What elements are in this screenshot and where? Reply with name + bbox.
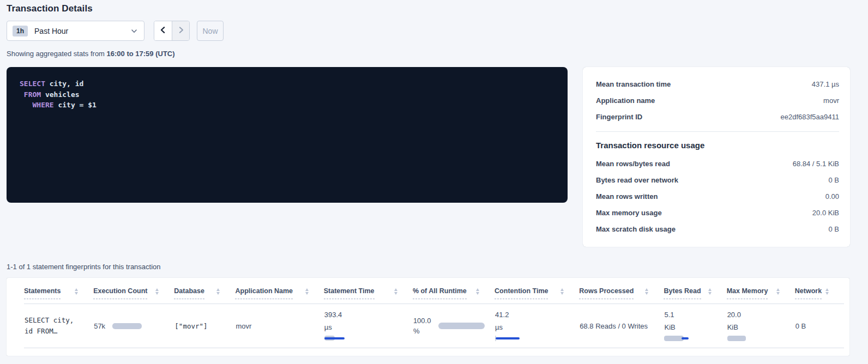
sort-carets-icon[interactable] <box>75 287 78 295</box>
summary-label: Application name <box>596 96 655 105</box>
time-range-badge: 1h <box>13 26 28 37</box>
summary-row: Mean transaction time 437.1 µs <box>596 80 839 89</box>
runtime-pct-value: 100.0 <box>413 317 431 325</box>
column-header-max-memory[interactable]: Max Memory <box>727 278 795 304</box>
summary-label: Mean rows written <box>596 192 658 201</box>
max-memory-unit: KiB <box>727 323 789 332</box>
column-header-application-name[interactable]: Application Name <box>235 278 323 304</box>
chevron-down-icon <box>131 28 137 34</box>
previous-time-window-button[interactable] <box>154 21 172 40</box>
summary-row: Max scratch disk usage 0 B <box>596 225 839 234</box>
summary-row: Application name movr <box>596 96 839 105</box>
statements-table: Statements Execution Count Database Appl… <box>24 278 844 348</box>
summary-label: Fingerprint ID <box>596 113 642 121</box>
stats-prefix: Showing aggregated stats from <box>7 50 105 58</box>
column-header-rows-processed[interactable]: Rows Processed <box>579 278 664 304</box>
stats-range: 16:00 to 17:59 (UTC) <box>107 50 175 58</box>
table-header-row: Statements Execution Count Database Appl… <box>24 278 844 304</box>
cell-max-memory: 20.0 KiB <box>727 304 795 348</box>
summary-value: ee2df683f5aa9411 <box>781 113 839 121</box>
sort-carets-icon[interactable] <box>776 287 780 295</box>
summary-label: Bytes read over network <box>596 176 678 184</box>
time-controls: 1h Past Hour Now <box>7 21 849 41</box>
sql-statement-box: SELECT city, id FROM vehicles WHERE city… <box>7 67 568 203</box>
summary-value: 68.84 / 5.1 KiB <box>793 160 839 168</box>
column-header-runtime-pct[interactable]: % of All Runtime <box>413 278 495 304</box>
network-value: 0 B <box>795 322 806 330</box>
rows-processed-value: 68.8 Reads / 0 Writes <box>580 322 648 330</box>
summary-value: 0 B <box>828 176 839 184</box>
bytes-read-bar <box>664 336 689 341</box>
main-content: SELECT city, id FROM vehicles WHERE city… <box>7 67 849 247</box>
now-button[interactable]: Now <box>197 21 224 41</box>
cell-execution-count: 57k <box>93 304 174 348</box>
summary-value: 20.0 KiB <box>812 209 839 217</box>
sort-carets-icon[interactable] <box>708 287 712 295</box>
summary-row: Mean rows/bytes read 68.84 / 5.1 KiB <box>596 160 839 168</box>
sort-carets-icon[interactable] <box>560 287 564 295</box>
time-range-select[interactable]: 1h Past Hour <box>7 21 144 41</box>
statements-table-caption: 1-1 of 1 statement fingerprints for this… <box>7 263 849 271</box>
summary-value: 0 B <box>828 225 839 233</box>
sort-carets-icon[interactable] <box>645 287 648 295</box>
summary-value: movr <box>823 96 839 105</box>
column-header-bytes-read[interactable]: Bytes Read <box>664 278 726 304</box>
summary-row: Bytes read over network 0 B <box>596 176 839 185</box>
summary-label: Max memory usage <box>596 209 662 217</box>
bytes-read-value: 5.1 <box>664 311 721 319</box>
cell-bytes-read: 5.1 KiB <box>664 304 726 348</box>
cell-database: ["movr"] <box>174 304 235 348</box>
summary-value: 437.1 µs <box>812 80 839 88</box>
column-header-network[interactable]: Network <box>795 278 844 304</box>
sort-carets-icon[interactable] <box>155 287 159 295</box>
statements-table-card: Statements Execution Count Database Appl… <box>7 278 849 356</box>
page-title: Transaction Details <box>7 3 849 14</box>
summary-row: Max memory usage 20.0 KiB <box>596 209 839 217</box>
statement-time-value: 393.4 <box>324 311 407 319</box>
summary-row: Fingerprint ID ee2df683f5aa9411 <box>596 113 839 122</box>
cell-application-name: movr <box>235 304 323 348</box>
transaction-summary-card: Mean transaction time 437.1 µs Applicati… <box>583 67 850 247</box>
column-header-contention-time[interactable]: Contention Time <box>495 278 579 304</box>
summary-label: Mean transaction time <box>596 80 671 88</box>
runtime-pct-unit: % <box>413 327 431 336</box>
statement-row: SELECT city, id FROM… 57k ["movr"] movr <box>24 304 844 348</box>
sort-carets-icon[interactable] <box>216 287 220 295</box>
time-window-pager <box>154 21 190 41</box>
column-header-statements[interactable]: Statements <box>24 278 93 304</box>
max-memory-bar <box>727 336 746 341</box>
application-name-value: movr <box>236 322 251 330</box>
transaction-details-page: Transaction Details 1h Past Hour Now Sho… <box>0 3 868 356</box>
execution-count-bar <box>112 323 142 329</box>
max-memory-value: 20.0 <box>727 311 789 319</box>
sort-carets-icon[interactable] <box>825 287 829 295</box>
execution-count-value: 57k <box>94 322 105 330</box>
cell-runtime-pct: 100.0 % <box>413 304 495 348</box>
sort-carets-icon[interactable] <box>305 287 309 295</box>
column-header-statement-time[interactable]: Statement Time <box>324 278 413 304</box>
cell-network: 0 B <box>795 304 844 348</box>
contention-time-bar <box>495 336 520 341</box>
time-range-label: Past Hour <box>34 27 131 35</box>
statement-time-unit: µs <box>324 323 407 332</box>
column-header-execution-count[interactable]: Execution Count <box>93 278 174 304</box>
statement-time-bar <box>324 336 346 341</box>
summary-row: Mean rows written 0.00 <box>596 192 839 201</box>
database-value: ["movr"] <box>174 322 207 330</box>
chevron-right-icon <box>177 26 185 35</box>
chevron-left-icon <box>159 26 167 35</box>
sort-carets-icon[interactable] <box>476 287 479 295</box>
contention-time-value: 41.2 <box>495 311 574 319</box>
cell-contention-time: 41.2 µs <box>495 304 579 348</box>
statement-fingerprint-link[interactable]: SELECT city, id FROM… <box>25 315 88 337</box>
resource-usage-title: Transaction resource usage <box>596 141 839 150</box>
summary-value: 0.00 <box>825 192 839 201</box>
summary-label: Max scratch disk usage <box>596 225 676 233</box>
contention-time-unit: µs <box>495 323 574 332</box>
column-header-database[interactable]: Database <box>174 278 235 304</box>
cell-rows-processed: 68.8 Reads / 0 Writes <box>579 304 664 348</box>
sort-carets-icon[interactable] <box>394 287 397 295</box>
sql-statement: SELECT city, id FROM vehicles WHERE city… <box>20 78 554 111</box>
cell-statement-time: 393.4 µs <box>324 304 413 348</box>
next-time-window-button[interactable] <box>172 21 189 40</box>
